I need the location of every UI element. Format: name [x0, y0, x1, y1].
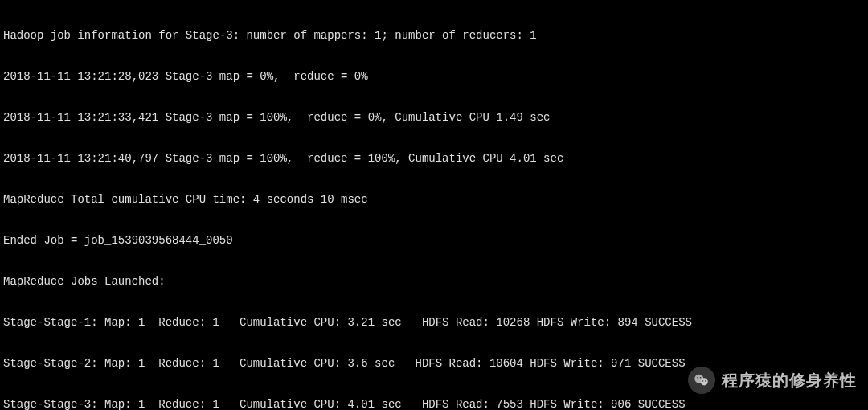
svg-point-1	[701, 378, 708, 385]
log-line: MapReduce Total cumulative CPU time: 4 s…	[3, 193, 865, 207]
log-line: 2018-11-11 13:21:33,421 Stage-3 map = 10…	[3, 111, 865, 125]
wechat-icon	[688, 367, 715, 394]
svg-point-5	[705, 380, 706, 381]
watermark-text: 程序猿的修身养性	[722, 374, 857, 387]
log-line: Hadoop job information for Stage-3: numb…	[3, 29, 865, 43]
svg-point-2	[697, 377, 698, 379]
log-line: 2018-11-11 13:21:28,023 Stage-3 map = 0%…	[3, 70, 865, 84]
stage-summary-line: Stage-Stage-1: Map: 1 Reduce: 1 Cumulati…	[3, 316, 865, 330]
svg-point-3	[700, 377, 702, 379]
svg-point-4	[702, 380, 703, 381]
terminal-output: Hadoop job information for Stage-3: numb…	[0, 0, 868, 410]
log-line: 2018-11-11 13:21:40,797 Stage-3 map = 10…	[3, 152, 865, 166]
stage-summary-line: Stage-Stage-3: Map: 1 Reduce: 1 Cumulati…	[3, 398, 865, 410]
watermark: 程序猿的修身养性	[688, 367, 857, 394]
log-line: Ended Job = job_1539039568444_0050	[3, 234, 865, 248]
log-line: MapReduce Jobs Launched:	[3, 275, 865, 289]
